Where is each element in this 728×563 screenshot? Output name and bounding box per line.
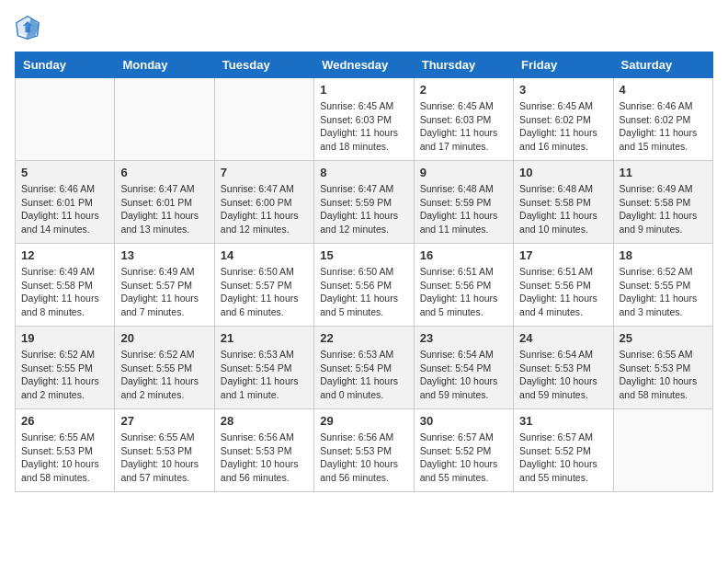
day-number: 25 xyxy=(620,331,707,345)
day-info: Sunrise: 6:57 AM Sunset: 5:52 PM Dayligh… xyxy=(519,431,607,485)
calendar-day-14: 14Sunrise: 6:50 AM Sunset: 5:57 PM Dayli… xyxy=(214,244,313,327)
day-info: Sunrise: 6:46 AM Sunset: 6:01 PM Dayligh… xyxy=(21,182,108,236)
day-number: 20 xyxy=(120,331,208,345)
day-number: 10 xyxy=(519,166,607,179)
day-info: Sunrise: 6:48 AM Sunset: 5:58 PM Dayligh… xyxy=(519,182,607,236)
calendar-table: SundayMondayTuesdayWednesdayThursdayFrid… xyxy=(15,52,713,492)
day-number: 23 xyxy=(420,331,507,345)
day-info: Sunrise: 6:50 AM Sunset: 5:56 PM Dayligh… xyxy=(320,265,407,319)
logo xyxy=(15,15,44,40)
day-info: Sunrise: 6:45 AM Sunset: 6:03 PM Dayligh… xyxy=(320,99,407,154)
calendar-day-31: 31Sunrise: 6:57 AM Sunset: 5:52 PM Dayli… xyxy=(514,409,613,492)
day-number: 4 xyxy=(620,83,707,97)
day-info: Sunrise: 6:49 AM Sunset: 5:58 PM Dayligh… xyxy=(21,265,108,319)
day-info: Sunrise: 6:52 AM Sunset: 5:55 PM Dayligh… xyxy=(120,348,208,402)
calendar-day-6: 6Sunrise: 6:47 AM Sunset: 6:01 PM Daylig… xyxy=(115,161,214,244)
day-info: Sunrise: 6:52 AM Sunset: 5:55 PM Dayligh… xyxy=(21,348,108,402)
calendar-day-27: 27Sunrise: 6:55 AM Sunset: 5:53 PM Dayli… xyxy=(115,409,214,492)
calendar-day-25: 25Sunrise: 6:55 AM Sunset: 5:53 PM Dayli… xyxy=(613,327,712,409)
day-number: 30 xyxy=(420,414,507,428)
day-number: 14 xyxy=(221,248,308,262)
calendar-week-row: 26Sunrise: 6:55 AM Sunset: 5:53 PM Dayli… xyxy=(16,409,713,492)
calendar-day-12: 12Sunrise: 6:49 AM Sunset: 5:58 PM Dayli… xyxy=(16,244,115,327)
calendar-day-1: 1Sunrise: 6:45 AM Sunset: 6:03 PM Daylig… xyxy=(314,78,414,161)
day-info: Sunrise: 6:55 AM Sunset: 5:53 PM Dayligh… xyxy=(21,431,108,485)
calendar-day-29: 29Sunrise: 6:56 AM Sunset: 5:53 PM Dayli… xyxy=(314,409,414,492)
calendar-week-row: 19Sunrise: 6:52 AM Sunset: 5:55 PM Dayli… xyxy=(16,327,713,409)
day-number: 27 xyxy=(120,414,208,428)
calendar-day-26: 26Sunrise: 6:55 AM Sunset: 5:53 PM Dayli… xyxy=(16,409,115,492)
day-number: 1 xyxy=(320,83,407,97)
calendar-empty-cell xyxy=(16,78,115,161)
day-info: Sunrise: 6:45 AM Sunset: 6:02 PM Dayligh… xyxy=(519,99,607,154)
calendar-day-2: 2Sunrise: 6:45 AM Sunset: 6:03 PM Daylig… xyxy=(414,78,513,161)
day-number: 6 xyxy=(120,166,208,179)
calendar-day-16: 16Sunrise: 6:51 AM Sunset: 5:56 PM Dayli… xyxy=(414,244,513,327)
day-info: Sunrise: 6:45 AM Sunset: 6:03 PM Dayligh… xyxy=(420,99,507,154)
day-info: Sunrise: 6:55 AM Sunset: 5:53 PM Dayligh… xyxy=(120,431,208,485)
day-info: Sunrise: 6:46 AM Sunset: 6:02 PM Dayligh… xyxy=(620,99,707,154)
calendar-day-10: 10Sunrise: 6:48 AM Sunset: 5:58 PM Dayli… xyxy=(514,161,613,244)
day-info: Sunrise: 6:56 AM Sunset: 5:53 PM Dayligh… xyxy=(320,431,407,485)
day-number: 28 xyxy=(221,414,308,428)
day-info: Sunrise: 6:48 AM Sunset: 5:59 PM Dayligh… xyxy=(420,182,507,236)
day-number: 11 xyxy=(620,166,707,179)
day-number: 22 xyxy=(320,331,407,345)
day-number: 19 xyxy=(21,331,108,345)
day-info: Sunrise: 6:50 AM Sunset: 5:57 PM Dayligh… xyxy=(221,265,308,319)
day-number: 2 xyxy=(420,83,507,97)
day-info: Sunrise: 6:49 AM Sunset: 5:57 PM Dayligh… xyxy=(120,265,208,319)
day-number: 7 xyxy=(221,166,308,179)
calendar-day-8: 8Sunrise: 6:47 AM Sunset: 5:59 PM Daylig… xyxy=(314,161,414,244)
col-header-wednesday: Wednesday xyxy=(314,52,414,78)
svg-rect-3 xyxy=(25,26,29,32)
day-info: Sunrise: 6:51 AM Sunset: 5:56 PM Dayligh… xyxy=(420,265,507,319)
day-number: 13 xyxy=(120,248,208,262)
calendar-day-3: 3Sunrise: 6:45 AM Sunset: 6:02 PM Daylig… xyxy=(514,78,613,161)
day-number: 16 xyxy=(420,248,507,262)
page-header xyxy=(15,15,713,40)
calendar-day-11: 11Sunrise: 6:49 AM Sunset: 5:58 PM Dayli… xyxy=(613,161,712,244)
day-info: Sunrise: 6:53 AM Sunset: 5:54 PM Dayligh… xyxy=(221,348,308,402)
day-number: 5 xyxy=(21,166,108,179)
col-header-thursday: Thursday xyxy=(414,52,513,78)
calendar-week-row: 12Sunrise: 6:49 AM Sunset: 5:58 PM Dayli… xyxy=(16,244,713,327)
day-number: 3 xyxy=(519,83,607,97)
day-number: 21 xyxy=(221,331,308,345)
day-info: Sunrise: 6:56 AM Sunset: 5:53 PM Dayligh… xyxy=(221,431,308,485)
day-info: Sunrise: 6:53 AM Sunset: 5:54 PM Dayligh… xyxy=(320,348,407,402)
day-number: 12 xyxy=(21,248,108,262)
calendar-day-19: 19Sunrise: 6:52 AM Sunset: 5:55 PM Dayli… xyxy=(16,327,115,409)
calendar-day-13: 13Sunrise: 6:49 AM Sunset: 5:57 PM Dayli… xyxy=(115,244,214,327)
day-info: Sunrise: 6:49 AM Sunset: 5:58 PM Dayligh… xyxy=(620,182,707,236)
calendar-day-23: 23Sunrise: 6:54 AM Sunset: 5:54 PM Dayli… xyxy=(414,327,513,409)
col-header-tuesday: Tuesday xyxy=(214,52,313,78)
day-number: 26 xyxy=(21,414,108,428)
calendar-day-21: 21Sunrise: 6:53 AM Sunset: 5:54 PM Dayli… xyxy=(214,327,313,409)
day-info: Sunrise: 6:47 AM Sunset: 6:01 PM Dayligh… xyxy=(120,182,208,236)
calendar-header-row: SundayMondayTuesdayWednesdayThursdayFrid… xyxy=(16,52,713,78)
day-number: 24 xyxy=(519,331,607,345)
col-header-sunday: Sunday xyxy=(16,52,115,78)
day-info: Sunrise: 6:51 AM Sunset: 5:56 PM Dayligh… xyxy=(519,265,607,319)
calendar-day-24: 24Sunrise: 6:54 AM Sunset: 5:53 PM Dayli… xyxy=(514,327,613,409)
day-number: 31 xyxy=(519,414,607,428)
col-header-friday: Friday xyxy=(514,52,613,78)
calendar-empty-cell xyxy=(613,409,712,492)
day-number: 15 xyxy=(320,248,407,262)
day-number: 18 xyxy=(620,248,707,262)
calendar-day-18: 18Sunrise: 6:52 AM Sunset: 5:55 PM Dayli… xyxy=(613,244,712,327)
calendar-day-17: 17Sunrise: 6:51 AM Sunset: 5:56 PM Dayli… xyxy=(514,244,613,327)
day-number: 8 xyxy=(320,166,407,179)
col-header-saturday: Saturday xyxy=(613,52,712,78)
day-info: Sunrise: 6:54 AM Sunset: 5:54 PM Dayligh… xyxy=(420,348,507,402)
calendar-week-row: 5Sunrise: 6:46 AM Sunset: 6:01 PM Daylig… xyxy=(16,161,713,244)
calendar-week-row: 1Sunrise: 6:45 AM Sunset: 6:03 PM Daylig… xyxy=(16,78,713,161)
calendar-day-20: 20Sunrise: 6:52 AM Sunset: 5:55 PM Dayli… xyxy=(115,327,214,409)
calendar-day-9: 9Sunrise: 6:48 AM Sunset: 5:59 PM Daylig… xyxy=(414,161,513,244)
calendar-day-7: 7Sunrise: 6:47 AM Sunset: 6:00 PM Daylig… xyxy=(214,161,313,244)
day-info: Sunrise: 6:47 AM Sunset: 5:59 PM Dayligh… xyxy=(320,182,407,236)
day-number: 29 xyxy=(320,414,407,428)
logo-icon xyxy=(15,15,40,40)
day-number: 17 xyxy=(519,248,607,262)
